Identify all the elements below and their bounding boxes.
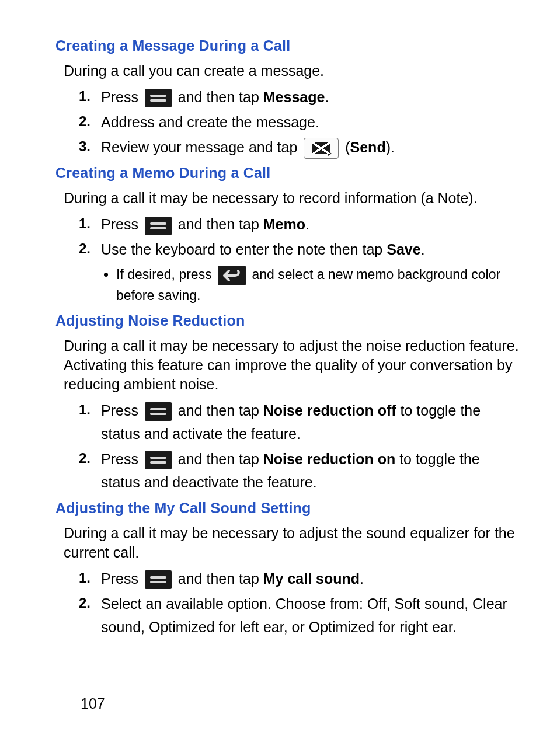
bold-text: Send [350, 139, 386, 155]
text: and then tap [178, 89, 263, 105]
step-number: 1. [55, 212, 101, 235]
sub-list-item: If desired, press and select a new memo … [116, 264, 522, 306]
step-body: Press and then tap Noise reduction on to… [101, 447, 522, 494]
send-icon [304, 138, 339, 159]
step-body: Address and create the message. [101, 110, 522, 134]
steps-list: 1. Press and then tap Memo. 2. Use the k… [55, 212, 522, 306]
sub-list: If desired, press and select a new memo … [116, 264, 522, 306]
menu-icon [145, 89, 172, 107]
step-body: Review your message and tap (Send). [101, 135, 522, 159]
text: . [421, 241, 425, 257]
list-item: 1. Press and then tap Noise reduction of… [55, 399, 522, 445]
text: Press [101, 570, 142, 587]
text: Press [101, 216, 142, 232]
list-item: 2. Use the keyboard to enter the note th… [55, 238, 522, 306]
list-item: 2. Select an available option. Choose fr… [55, 592, 522, 639]
text: . [325, 89, 329, 105]
bold-text: Memo [263, 216, 305, 232]
bold-text: My call sound [263, 570, 360, 587]
text: Press [101, 402, 142, 419]
step-body: Press and then tap Memo. [101, 212, 522, 236]
menu-icon [145, 402, 172, 421]
steps-list: 1. Press and then tap Noise reduction of… [55, 399, 522, 494]
text: . [305, 216, 309, 232]
steps-list: 1. Press and then tap Message. 2. Addres… [55, 85, 522, 159]
step-number: 1. [55, 567, 101, 589]
section-intro: During a call it may be necessary to rec… [64, 189, 522, 208]
step-number: 2. [55, 592, 101, 614]
text: Press [101, 451, 142, 467]
menu-icon [145, 217, 172, 235]
text: and then tap [178, 216, 263, 232]
bold-text: Noise reduction on [263, 451, 395, 467]
bold-text: Message [263, 89, 325, 105]
text: and then tap [178, 451, 263, 467]
step-body: Select an available option. Choose from:… [101, 592, 522, 639]
bold-text: Noise reduction off [263, 402, 396, 419]
step-number: 2. [55, 110, 101, 133]
list-item: 1. Press and then tap Memo. [55, 212, 522, 236]
list-item: 2. Address and create the message. [55, 110, 522, 134]
text: . [360, 570, 364, 587]
section-title-callsound: Adjusting the My Call Sound Setting [55, 500, 522, 517]
manual-page: Creating a Message During a Call During … [0, 0, 557, 639]
list-item: 3. Review your message and tap (Send). [55, 135, 522, 159]
step-number: 2. [55, 238, 101, 260]
steps-list: 1. Press and then tap My call sound. 2. … [55, 567, 522, 639]
list-item: 1. Press and then tap Message. [55, 85, 522, 109]
menu-icon [145, 451, 172, 469]
back-icon [218, 266, 246, 285]
text: and then tap [178, 402, 263, 419]
text: Review your message and tap [101, 139, 301, 155]
section-intro: During a call you can create a message. [64, 61, 522, 81]
step-body: Press and then tap Noise reduction off t… [101, 399, 522, 445]
section-title-message: Creating a Message During a Call [55, 37, 522, 54]
section-title-memo: Creating a Memo During a Call [55, 165, 522, 182]
page-number: 107 [81, 695, 105, 712]
step-body: Use the keyboard to enter the note then … [101, 238, 522, 306]
step-number: 1. [55, 85, 101, 107]
text: Use the keyboard to enter the note then … [101, 241, 387, 257]
step-body: Press and then tap My call sound. [101, 567, 522, 590]
text: ). [386, 139, 395, 155]
step-number: 2. [55, 447, 101, 469]
step-body: Press and then tap Message. [101, 85, 522, 109]
bold-text: Save [387, 241, 420, 257]
list-item: 1. Press and then tap My call sound. [55, 567, 522, 590]
text: If desired, press [116, 267, 215, 282]
section-intro: During a call it may be necessary to adj… [64, 336, 522, 394]
menu-icon [145, 570, 172, 589]
step-number: 1. [55, 399, 101, 421]
step-number: 3. [55, 135, 101, 158]
text: Press [101, 89, 142, 105]
text: and then tap [178, 570, 263, 587]
text: ( [345, 139, 350, 155]
section-intro: During a call it may be necessary to adj… [64, 524, 522, 562]
section-title-noise: Adjusting Noise Reduction [55, 312, 522, 329]
list-item: 2. Press and then tap Noise reduction on… [55, 447, 522, 494]
